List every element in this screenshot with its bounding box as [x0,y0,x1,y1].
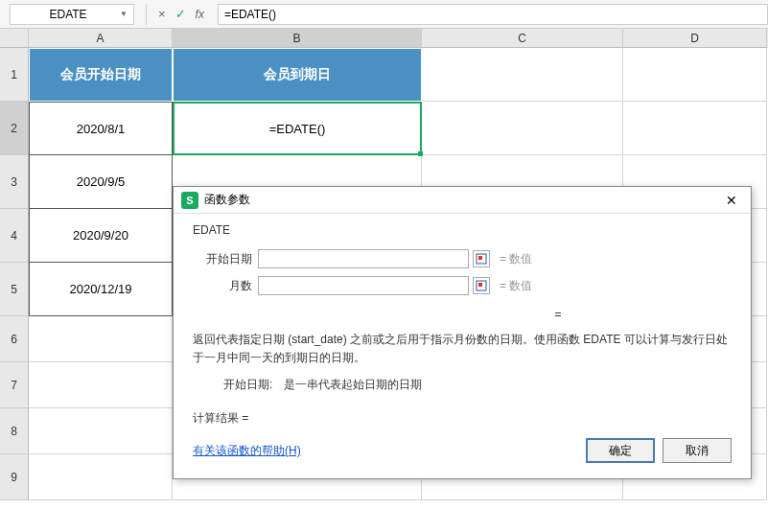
col-header-B[interactable]: B [173,29,422,48]
fx-icon[interactable]: fx [196,8,204,21]
column-headers: A B C D [0,29,768,48]
col-header-C[interactable]: C [422,29,623,48]
help-link[interactable]: 有关该函数的帮助(H) [193,443,301,459]
calc-label: 计算结果 = [193,411,248,425]
calculation-result: 计算结果 = [191,406,733,438]
svg-rect-1 [478,256,482,260]
argument-description: 开始日期: 是一串代表起始日期的日期 [191,377,733,406]
row-header-5[interactable]: 5 [0,263,29,316]
arg-row-start-date: 开始日期 = 数值 [191,246,733,271]
arg-input-months[interactable] [258,276,469,295]
arg-result-start-date: = 数值 [500,251,532,267]
name-box-value: EDATE [16,8,120,21]
cell-A4[interactable]: 2020/9/20 [29,209,173,263]
cell-D2[interactable] [623,102,767,155]
app-logo-icon: S [181,192,198,209]
cell-B2-editing[interactable]: =EDATE() [173,102,422,155]
row-header-1[interactable]: 1 [0,48,29,102]
row-header-3[interactable]: 3 [0,155,29,209]
ok-button[interactable]: 确定 [586,438,655,463]
close-icon[interactable]: ✕ [720,191,743,210]
cell-A3[interactable]: 2020/9/5 [29,155,173,209]
function-arguments-dialog: S 函数参数 ✕ EDATE 开始日期 = 数值 月数 = 数值 = 返回代表指… [173,186,752,479]
arg-label-start-date: 开始日期 [191,251,258,267]
separator [146,4,147,25]
cell-A1[interactable]: 会员开始日期 [29,48,173,102]
cell-B1[interactable]: 会员到期日 [173,48,422,102]
range-picker-icon[interactable] [473,250,490,267]
arg-label-months: 月数 [191,278,258,294]
select-all-corner[interactable] [0,29,29,48]
name-box[interactable]: EDATE ▼ [10,4,134,25]
row-header-2[interactable]: 2 [0,102,29,155]
row-header-8[interactable]: 8 [0,408,29,454]
row-2: 2 2020/8/1 =EDATE() [0,102,768,155]
dialog-titlebar[interactable]: S 函数参数 ✕ [174,187,751,214]
range-picker-icon[interactable] [473,277,490,294]
formula-text: =EDATE() [224,8,276,21]
row-header-7[interactable]: 7 [0,362,29,408]
function-name: EDATE [191,223,733,237]
row-header-6[interactable]: 6 [0,316,29,362]
cancel-button[interactable]: 取消 [663,438,732,463]
function-description: 返回代表指定日期 (start_date) 之前或之后用于指示月份数的日期。使用… [191,325,733,377]
svg-rect-3 [478,283,482,287]
cell-A8[interactable] [29,408,173,454]
cell-A7[interactable] [29,362,173,408]
cell-A6[interactable] [29,316,173,362]
cancel-icon[interactable]: × [158,7,166,21]
chevron-down-icon[interactable]: ▼ [120,10,128,18]
formula-bar: EDATE ▼ × ✓ fx =EDATE() [0,0,768,29]
dialog-title: 函数参数 [204,192,720,208]
row-1: 1 会员开始日期 会员到期日 [0,48,768,102]
accept-icon[interactable]: ✓ [175,7,186,21]
arg-row-months: 月数 = 数值 [191,273,733,298]
cell-D1[interactable] [623,48,767,102]
arg-desc-name: 开始日期: [223,378,272,391]
arg-desc-text: 是一串代表起始日期的日期 [284,378,422,391]
cell-A2[interactable]: 2020/8/1 [29,102,173,155]
arg-input-start-date[interactable] [258,249,469,268]
row-header-4[interactable]: 4 [0,209,29,263]
col-header-D[interactable]: D [623,29,767,48]
cell-C2[interactable] [422,102,623,155]
result-equals: = [383,300,733,325]
cell-C1[interactable] [422,48,623,102]
arg-result-months: = 数值 [500,278,532,294]
dialog-footer: 有关该函数的帮助(H) 确定 取消 [191,438,733,465]
cell-A5[interactable]: 2020/12/19 [29,263,173,316]
cell-A9[interactable] [29,454,173,500]
formula-input[interactable]: =EDATE() [218,4,768,25]
row-header-9[interactable]: 9 [0,454,29,500]
dialog-body: EDATE 开始日期 = 数值 月数 = 数值 = 返回代表指定日期 (star… [174,214,751,478]
formula-icons: × ✓ fx [158,7,210,21]
col-header-A[interactable]: A [29,29,173,48]
